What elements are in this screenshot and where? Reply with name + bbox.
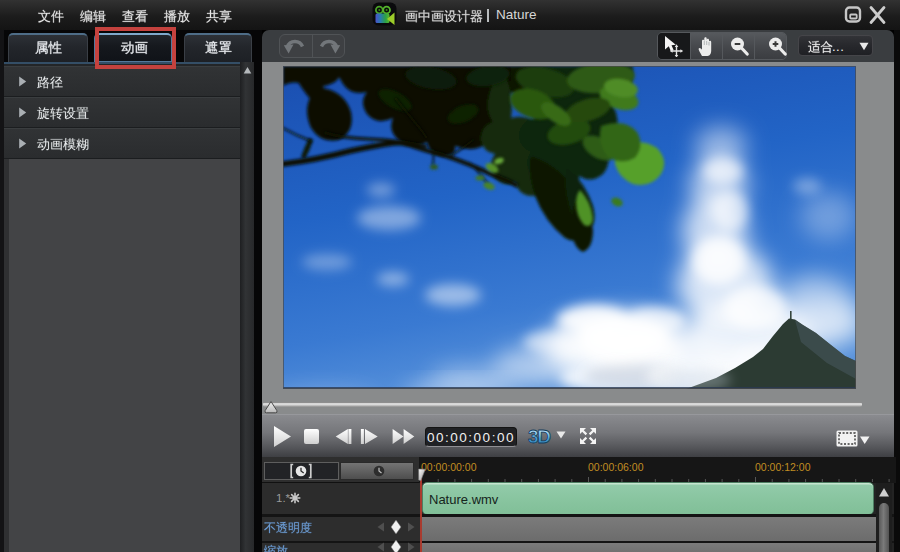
svg-text:3D: 3D [528,426,550,447]
